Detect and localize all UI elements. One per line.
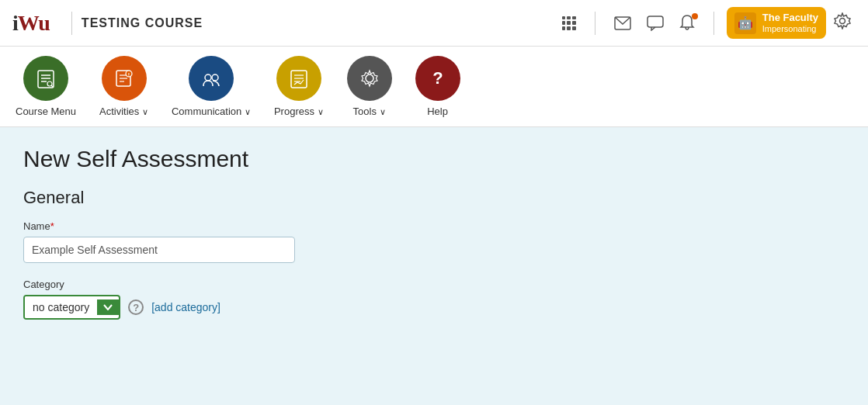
course-menu-icon bbox=[23, 56, 68, 101]
nav-course-menu[interactable]: Course Menu bbox=[16, 56, 76, 117]
nav-tools-label: Tools ∨ bbox=[353, 106, 386, 117]
tools-icon bbox=[347, 56, 392, 101]
svg-text:!: ! bbox=[127, 72, 129, 78]
user-name: The Faculty bbox=[762, 12, 818, 24]
chat-icon bbox=[647, 16, 664, 31]
add-category-link[interactable]: [add category] bbox=[151, 301, 220, 313]
category-dropdown-button[interactable] bbox=[97, 299, 119, 315]
settings-button[interactable] bbox=[829, 8, 856, 38]
page-title: New Self Assessment bbox=[23, 146, 845, 172]
category-select-wrapper: no category bbox=[23, 295, 120, 320]
help-icon: ? bbox=[415, 56, 460, 101]
name-label: Name* bbox=[23, 220, 845, 232]
mail-icon bbox=[614, 16, 631, 30]
notifications-button[interactable] bbox=[673, 10, 701, 36]
nav-activities-label: Activities ∨ bbox=[99, 106, 148, 117]
section-title: General bbox=[23, 188, 845, 208]
category-select-text: no category bbox=[25, 296, 97, 318]
nav-bar: Course Menu ! Activities ∨ Communication bbox=[0, 47, 868, 127]
chat-button[interactable] bbox=[641, 11, 670, 36]
mail-button[interactable] bbox=[608, 12, 637, 35]
chevron-down-icon bbox=[103, 304, 113, 310]
nav-communication[interactable]: Communication ∨ bbox=[172, 56, 251, 117]
grid-icon bbox=[562, 16, 576, 30]
header-icons: 🤖 The Faculty Impersonating bbox=[556, 7, 856, 39]
svg-line-8 bbox=[51, 85, 53, 87]
name-required: * bbox=[50, 220, 54, 232]
header: iWu TESTING COURSE bbox=[0, 0, 868, 47]
svg-rect-17 bbox=[291, 71, 307, 88]
svg-point-21 bbox=[366, 74, 373, 82]
svg-point-16 bbox=[212, 74, 218, 81]
header-divider bbox=[71, 12, 72, 35]
svg-point-15 bbox=[205, 74, 211, 81]
user-role: Impersonating bbox=[762, 24, 818, 34]
gear-icon bbox=[834, 12, 851, 29]
logo-text: iWu bbox=[12, 11, 50, 36]
notification-badge bbox=[692, 13, 698, 19]
avatar: 🤖 bbox=[734, 12, 756, 34]
category-label: Category bbox=[23, 279, 845, 290]
activities-icon: ! bbox=[102, 56, 147, 101]
icon-divider-2 bbox=[713, 12, 714, 35]
user-info: The Faculty Impersonating bbox=[762, 12, 818, 34]
svg-rect-1 bbox=[648, 16, 663, 27]
svg-point-2 bbox=[840, 19, 845, 24]
nav-activities[interactable]: ! Activities ∨ bbox=[99, 56, 148, 117]
category-help-icon[interactable]: ? bbox=[128, 299, 144, 315]
nav-help[interactable]: ? Help bbox=[415, 56, 460, 117]
progress-icon bbox=[276, 56, 321, 101]
nav-progress-label: Progress ∨ bbox=[274, 106, 324, 117]
name-input[interactable] bbox=[23, 237, 295, 263]
category-field-group: Category no category ? [add category] bbox=[23, 279, 845, 320]
user-chip[interactable]: 🤖 The Faculty Impersonating bbox=[727, 7, 826, 39]
nav-communication-label: Communication ∨ bbox=[172, 106, 251, 117]
logo: iWu bbox=[12, 11, 50, 36]
name-field-group: Name* bbox=[23, 220, 845, 263]
nav-help-label: Help bbox=[427, 106, 448, 117]
apps-button[interactable] bbox=[556, 12, 582, 35]
main-content: New Self Assessment General Name* Catego… bbox=[0, 127, 868, 405]
communication-icon bbox=[189, 56, 234, 101]
svg-text:?: ? bbox=[432, 68, 443, 88]
course-title: TESTING COURSE bbox=[82, 16, 556, 30]
nav-progress[interactable]: Progress ∨ bbox=[274, 56, 324, 117]
icon-divider-1 bbox=[595, 12, 595, 35]
nav-course-menu-label: Course Menu bbox=[16, 106, 76, 117]
category-row: no category ? [add category] bbox=[23, 295, 845, 320]
nav-tools[interactable]: Tools ∨ bbox=[347, 56, 392, 117]
